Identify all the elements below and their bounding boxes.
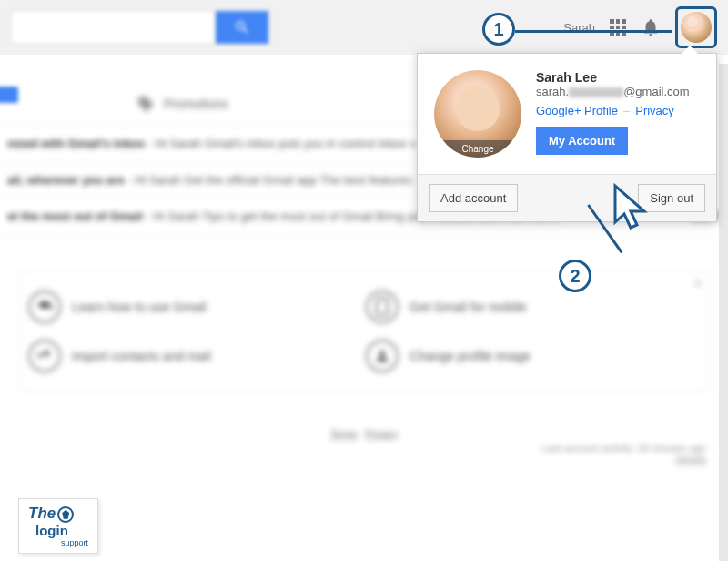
import-icon [28,340,61,372]
avatar-annotation-box [675,6,717,48]
privacy-link[interactable]: Privacy [366,428,399,439]
help-learn[interactable]: Learn how to use Gmail [28,291,362,323]
add-account-button[interactable]: Add account [429,184,518,212]
account-name: Sarah Lee [536,70,700,85]
account-email: sarah.@gmail.com [536,85,700,98]
scrollbar[interactable] [719,64,728,561]
footer-links: Terms · Privacy [0,428,728,439]
account-avatar[interactable] [681,12,712,43]
topbar: Sarah [0,0,728,55]
email-redacted [569,87,623,97]
change-photo-label[interactable]: Change [434,140,521,158]
search-button[interactable] [216,11,268,44]
privacy-link[interactable]: Privacy [635,104,674,117]
globe-icon [57,506,74,523]
tab-promotions[interactable]: Promotions [118,95,247,113]
phone-icon [366,291,399,323]
details-link[interactable]: Details [675,454,706,464]
help-mobile[interactable]: Get Gmail for mobile [366,291,700,323]
help-import[interactable]: Import contacts and mail [28,340,362,372]
search-input[interactable] [11,11,216,44]
account-avatar-large[interactable]: Change [434,70,521,158]
help-close[interactable]: × [694,276,702,291]
annotation-line-1 [515,30,672,33]
annotation-marker-2: 2 [559,260,592,292]
tag-icon [136,95,155,113]
help-panel: × Learn how to use Gmail Get Gmail for m… [18,271,710,392]
svg-rect-0 [377,299,388,315]
annotation-cursor-icon [610,182,653,235]
account-popup: Change Sarah Lee sarah.@gmail.com Google… [417,53,717,222]
annotation-marker-1: 1 [482,13,515,46]
terms-link[interactable]: Terms [329,428,357,439]
my-account-button[interactable]: My Account [536,127,628,155]
footer-activity: Last account activity: 20 minutes ago De… [0,439,728,468]
tab-label: Promotions [164,97,228,111]
help-profile[interactable]: Change profile image [366,340,700,372]
google-plus-link[interactable]: Google+ Profile [536,104,618,117]
watermark: The login support [18,498,98,554]
graduation-icon [28,291,61,323]
person-icon [366,340,399,372]
search-icon [234,19,250,36]
apps-icon[interactable] [610,19,626,36]
notifications-icon[interactable] [641,17,661,37]
